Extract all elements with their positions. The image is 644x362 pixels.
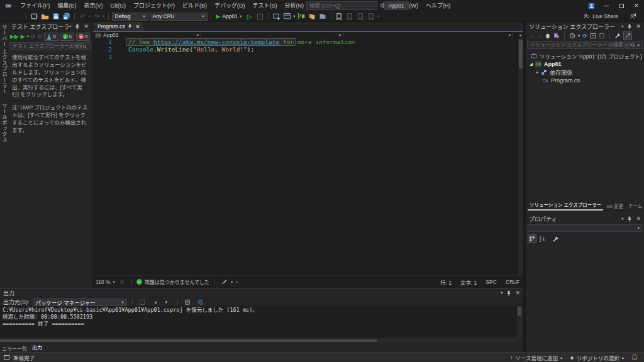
- background-tasks-icon[interactable]: [4, 355, 9, 359]
- watch-window-icon[interactable]: [282, 12, 292, 21]
- solution-explorer-header[interactable]: ソリューション エクスプローラー ▾ ✕: [526, 22, 644, 31]
- run-test-icon[interactable]: ▶: [21, 33, 25, 40]
- add-to-source-control-button[interactable]: ↑ ソース管理に追加 ▴: [510, 354, 562, 361]
- window-position-icon[interactable]: ▾: [501, 290, 502, 295]
- close-icon[interactable]: ✕: [636, 216, 641, 222]
- redo-dropdown-icon[interactable]: ▾: [103, 14, 104, 19]
- navigate-backward-icon[interactable]: ←: [3, 12, 12, 21]
- redo-icon[interactable]: ↷: [92, 12, 101, 21]
- next-bookmark-icon[interactable]: [356, 12, 365, 21]
- output-vertical-scrollbar[interactable]: [517, 306, 522, 339]
- hot-reload-icon[interactable]: [272, 12, 281, 21]
- solution-badge[interactable]: App01: [384, 1, 409, 10]
- menu-view[interactable]: 表示(V): [80, 0, 107, 11]
- tree-row-dependencies[interactable]: ▸ 依存関係: [536, 69, 572, 76]
- test-explorer-search-input[interactable]: [13, 43, 82, 49]
- close-tab-icon[interactable]: ✕: [135, 24, 140, 30]
- pin-icon[interactable]: [75, 24, 80, 30]
- find-message-icon[interactable]: [138, 297, 147, 307]
- menu-git[interactable]: Git(G): [107, 0, 130, 11]
- output-source-dropdown[interactable]: パッケージ マネージャー ▾: [33, 299, 127, 306]
- menu-edit[interactable]: 編集(E): [54, 0, 80, 11]
- tree-row-program-cs[interactable]: C# Program.cs: [542, 77, 580, 84]
- repeat-last-run-icon[interactable]: ⟳: [31, 33, 36, 40]
- close-icon[interactable]: ✕: [515, 290, 520, 296]
- fit-to-frame-icon[interactable]: ◎: [118, 277, 127, 287]
- save-all-icon[interactable]: [62, 12, 71, 21]
- pin-icon[interactable]: [506, 290, 511, 296]
- menu-help[interactable]: ヘルプ(H): [422, 0, 455, 11]
- live-share-label[interactable]: Live Share: [592, 13, 618, 19]
- maximize-button[interactable]: [614, 0, 629, 11]
- code-cleanup-icon[interactable]: [219, 277, 228, 287]
- home-icon[interactable]: [545, 33, 551, 39]
- categorized-icon[interactable]: [528, 234, 536, 243]
- char-position[interactable]: 文字: 1: [460, 278, 477, 286]
- space-mode[interactable]: SPC: [486, 279, 496, 285]
- tab-toolbox[interactable]: ツールボックス: [1, 103, 8, 143]
- comment-link[interactable]: https://aka.ms/new-console-template: [153, 38, 279, 45]
- show-all-files-icon[interactable]: [599, 33, 605, 39]
- go-to-previous-message-icon[interactable]: [150, 297, 160, 307]
- start-debugging-button[interactable]: ▶ App01 ▾: [214, 12, 244, 21]
- start-without-debugging-icon[interactable]: ▷: [245, 12, 254, 21]
- tab-git-changes[interactable]: Git 変更: [604, 202, 625, 211]
- close-button[interactable]: ✕: [629, 0, 644, 11]
- account-icon[interactable]: [584, 0, 599, 11]
- live-share-icon[interactable]: [582, 12, 591, 21]
- properties-wrench-icon[interactable]: [614, 33, 621, 39]
- close-icon[interactable]: ✕: [636, 23, 641, 30]
- run-all-tests-icon[interactable]: ▶▶: [10, 33, 19, 40]
- menu-analyze[interactable]: 分析(N): [281, 0, 308, 11]
- switch-views-icon[interactable]: [553, 33, 560, 39]
- menu-build[interactable]: ビルド(B): [179, 0, 211, 11]
- tab-solution-explorer[interactable]: ソリューション エクスプローラー: [528, 201, 603, 211]
- menu-file[interactable]: ファイル(F): [16, 0, 54, 11]
- output-log[interactable]: C:¥Users¥hirof¥Desktop¥cs-basic¥App01¥Ap…: [0, 306, 517, 337]
- pin-icon[interactable]: [627, 216, 632, 222]
- tab-program-cs[interactable]: Program.cs ✕: [94, 22, 143, 31]
- failed-tests-badge[interactable]: ✕ 0: [76, 33, 90, 41]
- code-editor[interactable]: 1 2 3 // See https://aka.ms/new-console-…: [93, 38, 518, 275]
- output-header[interactable]: 出力 ▾ ✕: [0, 288, 523, 297]
- menu-debug[interactable]: デバッグ(D): [211, 0, 249, 11]
- clear-bookmarks-icon[interactable]: [367, 12, 376, 21]
- tab-team-explorer[interactable]: チーム エクスプローラー: [626, 202, 644, 211]
- collapse-all-icon[interactable]: [590, 33, 596, 39]
- properties-object-dropdown[interactable]: ▾: [528, 224, 642, 232]
- tree-row-project[interactable]: ◢ C# App01: [530, 60, 562, 68]
- line-ending[interactable]: CRLF: [506, 279, 519, 285]
- solution-platforms-dropdown[interactable]: Any CPU▾: [150, 13, 208, 21]
- window-position-icon[interactable]: ▾: [621, 216, 623, 221]
- total-tests-badge[interactable]: 0: [44, 33, 58, 41]
- solution-explorer-search-box[interactable]: ▾: [527, 41, 643, 49]
- split-editor-handle[interactable]: +: [513, 33, 523, 38]
- minimize-button[interactable]: [599, 0, 614, 11]
- solution-explorer-search-input[interactable]: [530, 42, 631, 48]
- line-position[interactable]: 行: 1: [440, 278, 452, 286]
- menu-test[interactable]: テスト(S): [249, 0, 281, 11]
- navigate-symbols-icon[interactable]: [308, 12, 317, 21]
- save-icon[interactable]: [51, 12, 60, 21]
- forward-icon[interactable]: →: [536, 33, 542, 39]
- pending-changes-filter-icon[interactable]: [569, 33, 575, 39]
- new-project-icon[interactable]: [30, 12, 39, 21]
- tab-server-explorer[interactable]: サーバー エクスプローラー: [1, 25, 8, 94]
- scrollbar-thumb[interactable]: [519, 40, 523, 69]
- cancel-run-icon[interactable]: ⊘: [38, 33, 43, 40]
- scroll-left-icon[interactable]: ◂: [235, 280, 238, 285]
- scrollbar-thumb[interactable]: [518, 307, 521, 315]
- close-icon[interactable]: ✕: [84, 23, 89, 30]
- notifications-bell-icon[interactable]: [631, 354, 638, 361]
- pin-icon[interactable]: [627, 24, 632, 30]
- properties-header[interactable]: プロパティ ▾ ✕: [526, 214, 644, 223]
- open-folder-icon[interactable]: [40, 12, 50, 21]
- property-pages-wrench-icon[interactable]: [552, 236, 559, 243]
- sort-alphabetical-icon[interactable]: AZ: [539, 236, 546, 243]
- attach-to-process-icon[interactable]: [255, 12, 265, 21]
- undo-dropdown-icon[interactable]: ▾: [89, 14, 91, 19]
- track-active-item-icon[interactable]: [623, 31, 632, 40]
- refresh-icon[interactable]: ⟳: [582, 33, 587, 39]
- word-wrap-icon[interactable]: [196, 297, 205, 307]
- solution-configurations-dropdown[interactable]: Debug▾: [112, 13, 148, 21]
